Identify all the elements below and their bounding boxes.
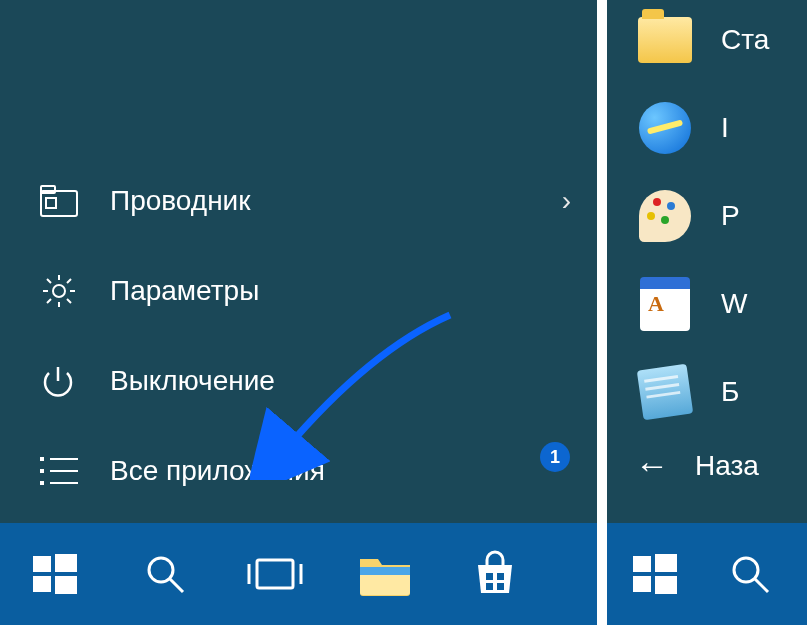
svg-point-3 (53, 285, 65, 297)
menu-item-all-apps[interactable]: Все приложения (0, 426, 597, 516)
svg-rect-25 (633, 556, 651, 572)
svg-rect-24 (497, 583, 504, 590)
menu-item-label: Параметры (110, 275, 259, 307)
menu-item-settings[interactable]: Параметры (0, 246, 597, 336)
annotation-badge: 1 (540, 442, 570, 472)
svg-rect-13 (55, 576, 77, 594)
svg-rect-27 (633, 576, 651, 592)
taskbar-divider (597, 523, 607, 625)
taskbar-right (607, 523, 807, 625)
power-icon (40, 363, 86, 399)
svg-rect-12 (33, 576, 51, 592)
taskbar-start-button-2[interactable] (607, 523, 702, 625)
svg-rect-8 (40, 481, 44, 485)
search-icon (143, 552, 187, 596)
notepad-icon (637, 364, 693, 420)
app-item-label: Б (721, 376, 739, 408)
taskbar-search-button-2[interactable] (702, 523, 797, 625)
explorer-icon (40, 185, 86, 217)
svg-rect-26 (655, 554, 677, 572)
svg-rect-6 (40, 469, 44, 473)
svg-point-29 (734, 558, 758, 582)
all-apps-icon (40, 455, 86, 487)
app-item-notepad[interactable]: Б (637, 362, 769, 422)
folder-icon (637, 12, 693, 68)
svg-rect-21 (486, 573, 493, 580)
svg-rect-20 (360, 567, 410, 575)
paint-icon (637, 188, 693, 244)
svg-rect-7 (50, 470, 78, 472)
svg-rect-11 (55, 554, 77, 572)
app-item-label: P (721, 200, 740, 232)
app-item-label: I (721, 112, 729, 144)
back-button[interactable]: ← Наза (635, 446, 759, 485)
chevron-right-icon: › (562, 185, 571, 217)
app-item-wordpad[interactable]: W (637, 274, 769, 334)
file-explorer-icon (358, 551, 412, 597)
menu-item-label: Выключение (110, 365, 275, 397)
start-menu-list: Проводник › Параметры (0, 156, 597, 516)
windows-icon (631, 550, 679, 598)
svg-line-15 (170, 579, 183, 592)
arrow-left-icon: ← (635, 446, 669, 485)
svg-rect-5 (50, 458, 78, 460)
taskbar-explorer-button[interactable] (330, 523, 440, 625)
svg-rect-22 (497, 573, 504, 580)
svg-rect-2 (46, 198, 56, 208)
menu-item-label: Проводник (110, 185, 250, 217)
menu-item-explorer[interactable]: Проводник › (0, 156, 597, 246)
app-item-paint[interactable]: P (637, 186, 769, 246)
taskbar-left (0, 523, 597, 625)
svg-rect-10 (33, 556, 51, 572)
wordpad-icon (637, 276, 693, 332)
svg-point-14 (149, 558, 173, 582)
taskbar-taskview-button[interactable] (220, 523, 330, 625)
svg-rect-4 (40, 457, 44, 461)
taskbar-store-button[interactable] (440, 523, 550, 625)
app-item-folder[interactable]: Ста (637, 10, 769, 70)
store-icon (470, 549, 520, 599)
gear-icon (40, 272, 86, 310)
menu-item-label: Все приложения (110, 455, 325, 487)
svg-line-30 (755, 579, 768, 592)
svg-rect-9 (50, 482, 78, 484)
taskbar (0, 523, 807, 625)
taskbar-start-button[interactable] (0, 523, 110, 625)
taskview-icon (247, 552, 303, 596)
search-icon (728, 552, 772, 596)
app-item-ie[interactable]: I (637, 98, 769, 158)
app-list: Ста I P W Б (637, 10, 769, 422)
windows-icon (31, 550, 79, 598)
back-label: Наза (695, 450, 759, 482)
taskbar-search-button[interactable] (110, 523, 220, 625)
svg-rect-23 (486, 583, 493, 590)
app-item-label: Ста (721, 24, 769, 56)
svg-rect-16 (257, 560, 293, 588)
svg-rect-28 (655, 576, 677, 594)
ie-icon (637, 100, 693, 156)
app-item-label: W (721, 288, 747, 320)
menu-item-power[interactable]: Выключение (0, 336, 597, 426)
